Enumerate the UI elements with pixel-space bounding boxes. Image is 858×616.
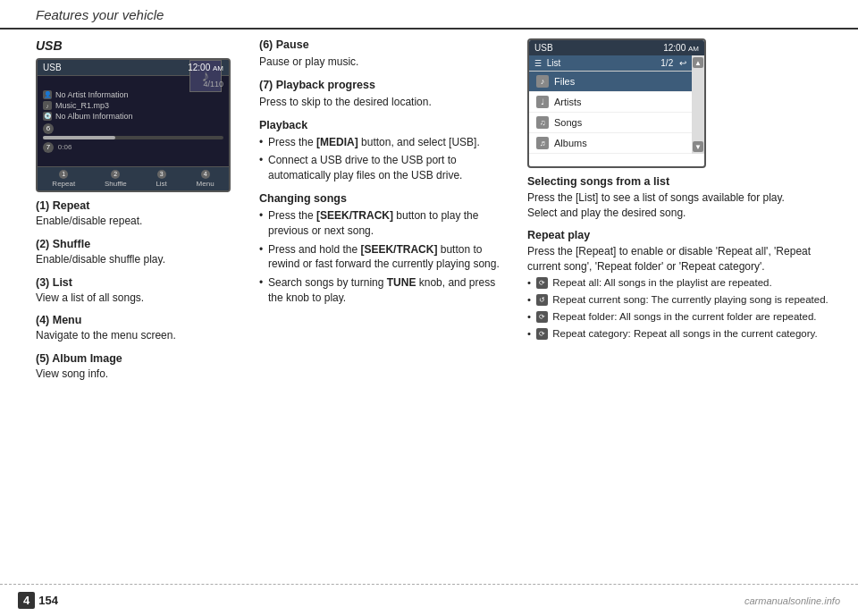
col-mid: (6) Pause Pause or play music. (7) Playb… — [250, 38, 518, 560]
bullet-tune: Search songs by turning TUNE knob, and p… — [259, 275, 509, 306]
usb2-scrollbar: ▲ ▼ — [692, 55, 704, 154]
right-repeat-play-title: Repeat play — [527, 229, 840, 241]
header: Features your vehicle — [0, 0, 858, 30]
usb2-list-header: ☰ List 1/2 ↩ — [529, 55, 692, 72]
usb2-artists-icon: ♩ — [536, 96, 549, 108]
scroll-up-button[interactable]: ▲ — [693, 57, 703, 68]
header-title: Features your vehicle — [36, 7, 164, 22]
desc-album-text: View song info. — [36, 367, 241, 382]
mid-playback-bullets: Press the [MEDIA] button, and select [US… — [259, 135, 509, 183]
usb-circle-7: 7 — [43, 142, 54, 153]
usb2-menu-albums[interactable]: ♬ Albums — [529, 133, 692, 154]
right-selecting-songs: Selecting songs from a list Press the [L… — [527, 175, 840, 222]
usb-btn-repeat[interactable]: 1 Repeat — [52, 170, 75, 188]
mid-pause: (6) Pause Pause or play music. — [259, 38, 509, 70]
repeat-folder-icon: ⟳ — [536, 311, 548, 323]
usb-song-icon: ♪ — [43, 101, 52, 110]
bullet-repeat-all: ⟳ Repeat all: All songs in the playlist … — [527, 275, 840, 290]
bullet-media: Press the [MEDIA] button, and select [US… — [259, 135, 509, 150]
repeat-category-icon: ⟳ — [536, 328, 548, 340]
usb2-albums-label: Albums — [554, 138, 587, 148]
bullet-repeat-folder: ⟳ Repeat folder: All songs in the curren… — [527, 309, 840, 324]
repeat-current-icon: ↺ — [536, 294, 548, 306]
usb-btn-shuffle[interactable]: 2 Shuffle — [105, 170, 127, 188]
usb-artist-row: 👤 No Artist Information — [43, 90, 189, 99]
main-content: USB USB 12:00 AM 4/110 ♪ 👤 No Artist Inf… — [0, 30, 858, 569]
mid-changing-songs-bullets: Press the [SEEK/TRACK] button to play th… — [259, 208, 509, 306]
usb-album-icon: 💿 — [43, 112, 52, 121]
desc-album-title: (5) Album Image — [36, 352, 241, 365]
usb2-page-num: 1/2 ↩ — [660, 58, 686, 68]
mid-playback-progress: (7) Playback progress Press to skip to t… — [259, 79, 509, 110]
mid-changing-songs: Changing songs Press the [SEEK/TRACK] bu… — [259, 192, 509, 306]
desc-list: (3) List View a list of all songs. — [36, 276, 241, 306]
usb2-menu-files[interactable]: ♪ Files — [529, 72, 692, 92]
usb2-artists-label: Artists — [554, 97, 582, 107]
footer-page: 4 154 — [18, 592, 58, 609]
desc-list-text: View a list of all songs. — [36, 291, 241, 306]
usb-screen-image: USB 12:00 AM 4/110 ♪ 👤 No Artist Informa… — [36, 58, 231, 192]
usb-progress-area: 6 7 0:06 — [43, 122, 223, 153]
page-container: Features your vehicle USB USB 12:00 AM 4… — [0, 0, 858, 616]
usb-circle-6: 6 — [43, 123, 54, 134]
mid-playback-progress-title: (7) Playback progress — [259, 79, 509, 91]
bullet-repeat-current: ↺ Repeat current song: The currently pla… — [527, 292, 840, 307]
usb-progress-bar — [43, 136, 223, 139]
left-descriptions: (1) Repeat Enable/disable repeat. (2) Sh… — [36, 199, 241, 382]
bullet-repeat-category: ⟳ Repeat category: Repeat all songs in t… — [527, 326, 840, 341]
desc-shuffle: (2) Shuffle Enable/disable shuffle play. — [36, 238, 241, 267]
usb2-time: 12:00 AM — [663, 43, 699, 53]
bullet-seek1: Press the [SEEK/TRACK] button to play th… — [259, 208, 509, 239]
usb2-menu-songs[interactable]: ♫ Songs — [529, 113, 692, 133]
desc-album: (5) Album Image View song info. — [36, 352, 241, 382]
desc-shuffle-title: (2) Shuffle — [36, 238, 241, 250]
usb2-topbar: USB 12:00 AM — [529, 40, 704, 55]
bullet-connect: Connect a USB drive to the USB port to a… — [259, 153, 509, 183]
right-repeat-play-text: Press the [Repeat] to enable or disable … — [527, 244, 840, 275]
desc-repeat: (1) Repeat Enable/disable repeat. — [36, 199, 241, 229]
footer-section-num: 4 — [18, 592, 35, 609]
usb-screen-content: 4/110 ♪ 👤 No Artist Information ♪ Music_… — [38, 76, 229, 156]
usb2-list-area: ☰ List 1/2 ↩ ♪ Files — [529, 55, 692, 154]
usb-album-row: 💿 No Album Information — [43, 112, 223, 121]
desc-shuffle-text: Enable/disable shuffle play. — [36, 252, 241, 267]
usb-section-label: USB — [36, 38, 241, 53]
usb-screen-label: USB — [43, 63, 62, 72]
usb-progress-fill — [43, 136, 115, 139]
usb-btn-list[interactable]: 3 List — [156, 170, 166, 188]
right-selecting-songs-title: Selecting songs from a list — [527, 175, 840, 188]
usb-time-display: 0:06 — [58, 143, 72, 151]
scroll-down-button[interactable]: ▼ — [693, 141, 703, 152]
desc-menu-text: Navigate to the menu screen. — [36, 328, 241, 343]
footer-watermark: carmanualsonline.info — [744, 595, 840, 606]
desc-repeat-title: (1) Repeat — [36, 199, 241, 212]
usb2-songs-label: Songs — [554, 117, 582, 128]
right-selecting-songs-text: Press the [List] to see a list of songs … — [527, 190, 840, 222]
usb-song-row: ♪ Music_R1.mp3 — [43, 101, 223, 110]
repeat-all-icon: ⟳ — [536, 277, 548, 289]
col-right: USB 12:00 AM ☰ List — [527, 38, 840, 560]
mid-playback: Playback Press the [MEDIA] button, and s… — [259, 119, 509, 183]
desc-menu: (4) Menu Navigate to the menu screen. — [36, 314, 241, 343]
desc-list-title: (3) List — [36, 276, 241, 289]
usb2-list-label: ☰ List — [534, 58, 560, 68]
mid-playback-progress-text: Press to skip to the desired location. — [259, 95, 509, 110]
usb-bottom-buttons: 1 Repeat 2 Shuffle 3 List 4 Menu — [38, 166, 229, 190]
usb-btn-menu[interactable]: 4 Menu — [197, 170, 214, 188]
bullet-seek2: Press and hold the [SEEK/TRACK] button t… — [259, 242, 509, 273]
mid-playback-title: Playback — [259, 119, 509, 131]
desc-menu-title: (4) Menu — [36, 314, 241, 326]
usb2-menu-artists[interactable]: ♩ Artists — [529, 92, 692, 113]
mid-pause-text: Pause or play music. — [259, 55, 509, 70]
col-left: USB USB 12:00 AM 4/110 ♪ 👤 No Artist Inf… — [36, 38, 241, 560]
usb2-label: USB — [534, 43, 553, 53]
right-repeat-play: Repeat play Press the [Repeat] to enable… — [527, 229, 840, 341]
usb2-songs-icon: ♫ — [536, 116, 549, 129]
footer: 4 154 carmanualsonline.info — [0, 584, 858, 616]
usb2-wrapper: ☰ List 1/2 ↩ ♪ Files — [529, 55, 704, 154]
mid-changing-songs-title: Changing songs — [259, 192, 509, 205]
usb-artist-icon: 👤 — [43, 90, 52, 99]
usb2-files-label: Files — [554, 76, 575, 87]
desc-repeat-text: Enable/disable repeat. — [36, 214, 241, 229]
usb2-files-icon: ♪ — [536, 75, 549, 88]
